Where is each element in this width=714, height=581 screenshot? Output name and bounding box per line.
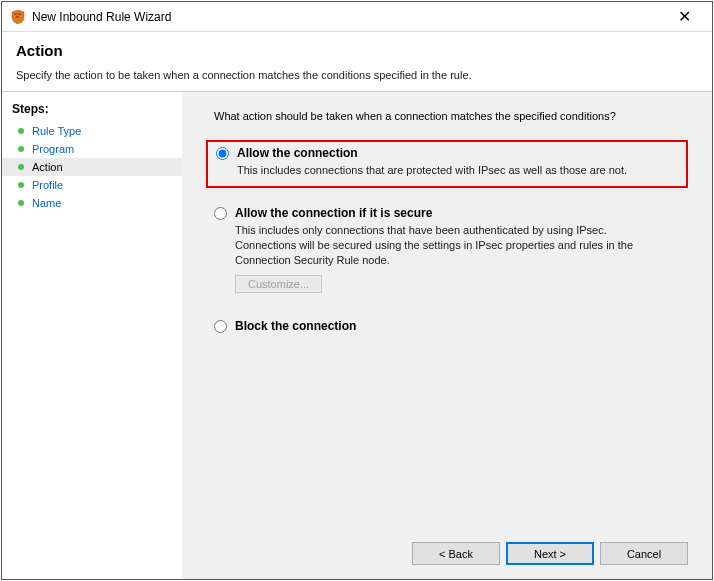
bullet-icon xyxy=(18,164,24,170)
close-icon[interactable]: ✕ xyxy=(664,3,704,31)
sidebar-item-label[interactable]: Program xyxy=(32,143,74,155)
window-title: New Inbound Rule Wizard xyxy=(32,10,664,24)
next-button[interactable]: Next > xyxy=(506,542,594,565)
svg-rect-2 xyxy=(16,16,19,18)
wizard-footer: < Back Next > Cancel xyxy=(206,530,688,565)
option-title: Allow the connection xyxy=(237,146,358,160)
steps-title: Steps: xyxy=(2,100,182,122)
bullet-icon xyxy=(18,182,24,188)
question-text: What action should be taken when a conne… xyxy=(214,110,688,122)
sidebar-item-name[interactable]: Name xyxy=(2,194,182,212)
bullet-icon xyxy=(18,146,24,152)
sidebar-item-program[interactable]: Program xyxy=(2,140,182,158)
customize-button: Customize... xyxy=(235,275,322,293)
option-title: Block the connection xyxy=(235,319,356,333)
sidebar-item-profile[interactable]: Profile xyxy=(2,176,182,194)
page-subtitle: Specify the action to be taken when a co… xyxy=(16,69,698,81)
content-panel: What action should be taken when a conne… xyxy=(182,92,712,579)
radio-allow[interactable] xyxy=(216,147,229,160)
wizard-body: Steps: Rule Type Program Action Profile … xyxy=(2,92,712,579)
sidebar-item-label[interactable]: Rule Type xyxy=(32,125,81,137)
option-allow: Allow the connection This includes conne… xyxy=(206,140,688,188)
option-title: Allow the connection if it is secure xyxy=(235,206,432,220)
option-desc: This includes only connections that have… xyxy=(235,223,665,268)
page-title: Action xyxy=(16,42,698,59)
wizard-window: New Inbound Rule Wizard ✕ Action Specify… xyxy=(1,1,713,580)
sidebar-item-label[interactable]: Name xyxy=(32,197,61,209)
option-block: Block the connection xyxy=(206,315,688,341)
titlebar: New Inbound Rule Wizard ✕ xyxy=(2,2,712,32)
wizard-header: Action Specify the action to be taken wh… xyxy=(2,32,712,92)
option-allow-secure: Allow the connection if it is secure Thi… xyxy=(206,202,688,302)
sidebar-item-label: Action xyxy=(32,161,63,173)
option-desc: This includes connections that are prote… xyxy=(237,163,667,178)
sidebar-item-action[interactable]: Action xyxy=(2,158,182,176)
svg-rect-0 xyxy=(14,13,17,15)
bullet-icon xyxy=(18,200,24,206)
svg-rect-1 xyxy=(18,13,21,15)
bullet-icon xyxy=(18,128,24,134)
firewall-icon xyxy=(10,9,26,25)
radio-allow-secure[interactable] xyxy=(214,207,227,220)
sidebar-item-rule-type[interactable]: Rule Type xyxy=(2,122,182,140)
sidebar-item-label[interactable]: Profile xyxy=(32,179,63,191)
cancel-button[interactable]: Cancel xyxy=(600,542,688,565)
back-button[interactable]: < Back xyxy=(412,542,500,565)
radio-block[interactable] xyxy=(214,320,227,333)
steps-sidebar: Steps: Rule Type Program Action Profile … xyxy=(2,92,182,579)
